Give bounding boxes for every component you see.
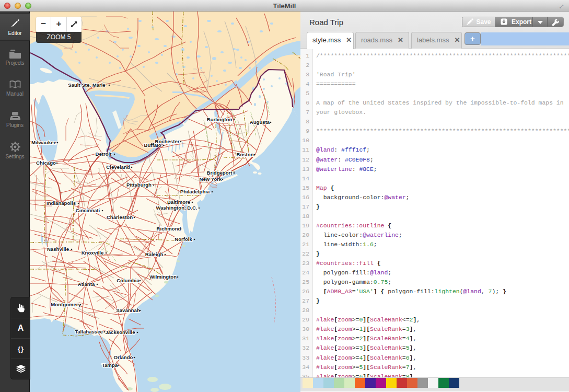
svg-text:Nashville: Nashville (47, 246, 69, 252)
svg-text:Pittsburgh: Pittsburgh (126, 182, 152, 188)
svg-text:Wilmington: Wilmington (149, 274, 177, 280)
svg-text:Bridgeport: Bridgeport (206, 170, 233, 176)
svg-text:Rochester: Rochester (155, 139, 180, 144)
svg-text:Norfolk: Norfolk (175, 236, 192, 242)
svg-text:Indianapolis: Indianapolis (47, 200, 76, 206)
svg-text:Boston: Boston (236, 152, 253, 157)
svg-text:Columbia: Columbia (117, 278, 140, 283)
svg-text:Charleston: Charleston (107, 214, 133, 220)
svg-text:Baltimore: Baltimore (167, 199, 190, 205)
svg-text:Knoxville: Knoxville (82, 250, 104, 256)
svg-text:New York: New York (200, 176, 222, 182)
svg-text:Augusta: Augusta (250, 119, 270, 125)
svg-text:Tampa: Tampa (102, 362, 118, 368)
svg-text:Sault Ste. Marie: Sault Ste. Marie (68, 82, 105, 88)
svg-text:Cleveland: Cleveland (106, 164, 130, 170)
svg-text:Cincinnati: Cincinnati (76, 207, 100, 213)
svg-text:Washington, D.C.: Washington, D.C. (156, 205, 197, 211)
svg-text:Richmond: Richmond (157, 226, 181, 232)
svg-text:Philadelphia: Philadelphia (180, 189, 210, 194)
svg-text:Burlington: Burlington (207, 117, 233, 122)
svg-text:Savannah: Savannah (116, 307, 140, 313)
svg-text:Orlando: Orlando (114, 354, 133, 360)
svg-text:Atlanta: Atlanta (78, 281, 95, 287)
svg-text:Raleigh: Raleigh (145, 251, 164, 257)
svg-text:Tallahassee: Tallahassee (75, 329, 103, 335)
svg-text:Jacksonville: Jacksonville (105, 329, 135, 335)
svg-text:Detroit: Detroit (96, 151, 112, 157)
svg-text:Chicago: Chicago (36, 160, 56, 166)
svg-text:Montgomery: Montgomery (51, 302, 81, 307)
svg-text:Milwaukee: Milwaukee (31, 140, 56, 145)
